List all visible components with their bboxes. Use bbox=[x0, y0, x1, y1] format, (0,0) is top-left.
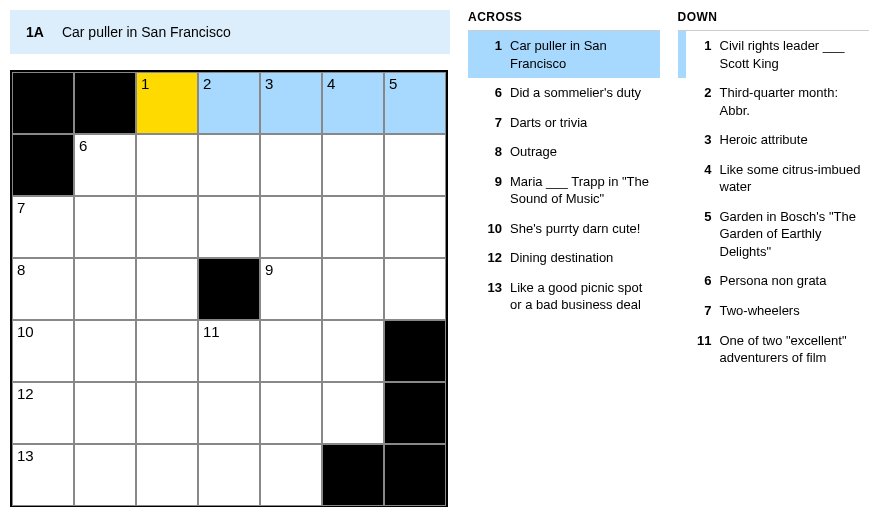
clue-text: Two-wheelers bbox=[720, 302, 862, 320]
grid-cell[interactable] bbox=[260, 196, 322, 258]
cell-number: 4 bbox=[327, 75, 335, 92]
clue-text: She's purrty darn cute! bbox=[510, 220, 652, 238]
clue-text: Did a sommelier's duty bbox=[510, 84, 652, 102]
grid-cell[interactable] bbox=[384, 258, 446, 320]
grid-cell[interactable]: 13 bbox=[12, 444, 74, 506]
down-heading: DOWN bbox=[678, 10, 870, 24]
across-clue-6[interactable]: 6Did a sommelier's duty bbox=[468, 78, 660, 108]
grid-cell[interactable] bbox=[74, 382, 136, 444]
grid-cell[interactable] bbox=[198, 444, 260, 506]
clue-number: 4 bbox=[690, 161, 712, 196]
across-clue-13[interactable]: 13Like a good picnic spot or a bad busin… bbox=[468, 273, 660, 320]
grid-cell[interactable] bbox=[260, 320, 322, 382]
cell-number: 2 bbox=[203, 75, 211, 92]
grid-cell[interactable] bbox=[260, 382, 322, 444]
grid-cell[interactable] bbox=[74, 320, 136, 382]
grid-cell[interactable] bbox=[136, 258, 198, 320]
clue-lists: ACROSS 1Car puller in San Francisco6Did … bbox=[468, 10, 869, 507]
grid-cell[interactable] bbox=[260, 444, 322, 506]
across-clue-12[interactable]: 12Dining destination bbox=[468, 243, 660, 273]
clue-text: Third-quarter month: Abbr. bbox=[720, 84, 862, 119]
grid-cell[interactable] bbox=[136, 134, 198, 196]
down-clue-2[interactable]: 2Third-quarter month: Abbr. bbox=[678, 78, 870, 125]
grid-cell[interactable]: 5 bbox=[384, 72, 446, 134]
grid-cell[interactable] bbox=[198, 382, 260, 444]
cell-number: 12 bbox=[17, 385, 34, 402]
crossword-layout: 1A Car puller in San Francisco 123456789… bbox=[10, 10, 869, 507]
clue-number: 1 bbox=[480, 37, 502, 72]
down-column: DOWN 1Civil rights leader ___ Scott King… bbox=[678, 10, 870, 507]
clue-number: 6 bbox=[480, 84, 502, 102]
grid-cell[interactable] bbox=[322, 320, 384, 382]
grid-cell-block bbox=[198, 258, 260, 320]
grid-cell[interactable] bbox=[74, 258, 136, 320]
down-clue-7[interactable]: 7Two-wheelers bbox=[678, 296, 870, 326]
grid-cell[interactable]: 1 bbox=[136, 72, 198, 134]
grid-cell[interactable]: 11 bbox=[198, 320, 260, 382]
across-clue-9[interactable]: 9Maria ___ Trapp in "The Sound of Music" bbox=[468, 167, 660, 214]
down-clue-6[interactable]: 6Persona non grata bbox=[678, 266, 870, 296]
clue-text: Outrage bbox=[510, 143, 652, 161]
clue-number: 7 bbox=[690, 302, 712, 320]
clue-number: 7 bbox=[480, 114, 502, 132]
grid-cell[interactable]: 9 bbox=[260, 258, 322, 320]
grid-cell[interactable] bbox=[74, 444, 136, 506]
clue-text: Civil rights leader ___ Scott King bbox=[720, 37, 862, 72]
grid-cell[interactable] bbox=[322, 382, 384, 444]
grid-cell[interactable] bbox=[198, 134, 260, 196]
grid-cell[interactable] bbox=[322, 134, 384, 196]
grid-cell[interactable]: 6 bbox=[74, 134, 136, 196]
across-clue-8[interactable]: 8Outrage bbox=[468, 137, 660, 167]
across-clue-7[interactable]: 7Darts or trivia bbox=[468, 108, 660, 138]
grid-cell[interactable]: 8 bbox=[12, 258, 74, 320]
clue-text: Maria ___ Trapp in "The Sound of Music" bbox=[510, 173, 652, 208]
down-clue-3[interactable]: 3Heroic attribute bbox=[678, 125, 870, 155]
grid-cell[interactable]: 3 bbox=[260, 72, 322, 134]
down-clue-1[interactable]: 1Civil rights leader ___ Scott King bbox=[678, 31, 870, 78]
clue-text: Heroic attribute bbox=[720, 131, 862, 149]
down-clue-11[interactable]: 11One of two "excellent" adventurers of … bbox=[678, 326, 870, 373]
cell-number: 8 bbox=[17, 261, 25, 278]
current-clue-bar[interactable]: 1A Car puller in San Francisco bbox=[10, 10, 450, 54]
grid-cell-block bbox=[74, 72, 136, 134]
grid-cell[interactable]: 10 bbox=[12, 320, 74, 382]
clue-text: One of two "excellent" adventurers of fi… bbox=[720, 332, 862, 367]
across-clue-1[interactable]: 1Car puller in San Francisco bbox=[468, 31, 660, 78]
grid-cell[interactable] bbox=[260, 134, 322, 196]
clue-number: 12 bbox=[480, 249, 502, 267]
clue-number: 5 bbox=[690, 208, 712, 261]
clue-text: Garden in Bosch's "The Garden of Earthly… bbox=[720, 208, 862, 261]
cell-number: 13 bbox=[17, 447, 34, 464]
grid-cell[interactable]: 12 bbox=[12, 382, 74, 444]
across-clue-list[interactable]: 1Car puller in San Francisco6Did a somme… bbox=[468, 30, 660, 466]
grid-cell-block bbox=[384, 320, 446, 382]
grid-cell-block bbox=[384, 382, 446, 444]
grid-cell[interactable] bbox=[136, 320, 198, 382]
grid-cell[interactable] bbox=[136, 444, 198, 506]
grid-cell[interactable]: 7 bbox=[12, 196, 74, 258]
clue-number: 1 bbox=[690, 37, 712, 72]
down-clue-5[interactable]: 5Garden in Bosch's "The Garden of Earthl… bbox=[678, 202, 870, 267]
grid-cell[interactable] bbox=[136, 382, 198, 444]
down-clue-list[interactable]: 1Civil rights leader ___ Scott King2Thir… bbox=[678, 30, 870, 466]
cell-number: 7 bbox=[17, 199, 25, 216]
grid-cell[interactable] bbox=[322, 258, 384, 320]
crossword-grid: 12345678910111213 bbox=[12, 72, 446, 506]
clue-number: 6 bbox=[690, 272, 712, 290]
cell-number: 10 bbox=[17, 323, 34, 340]
across-heading: ACROSS bbox=[468, 10, 660, 24]
grid-cell[interactable] bbox=[74, 196, 136, 258]
current-clue-id: 1A bbox=[26, 24, 44, 40]
across-clue-10[interactable]: 10She's purrty darn cute! bbox=[468, 214, 660, 244]
down-clue-4[interactable]: 4Like some citrus-imbued water bbox=[678, 155, 870, 202]
grid-cell[interactable] bbox=[136, 196, 198, 258]
grid-cell-block bbox=[384, 444, 446, 506]
grid-cell[interactable] bbox=[198, 196, 260, 258]
grid-cell[interactable] bbox=[322, 196, 384, 258]
grid-cell[interactable] bbox=[384, 134, 446, 196]
grid-cell[interactable] bbox=[384, 196, 446, 258]
grid-cell[interactable]: 4 bbox=[322, 72, 384, 134]
cell-number: 1 bbox=[141, 75, 149, 92]
clue-text: Like some citrus-imbued water bbox=[720, 161, 862, 196]
grid-cell[interactable]: 2 bbox=[198, 72, 260, 134]
